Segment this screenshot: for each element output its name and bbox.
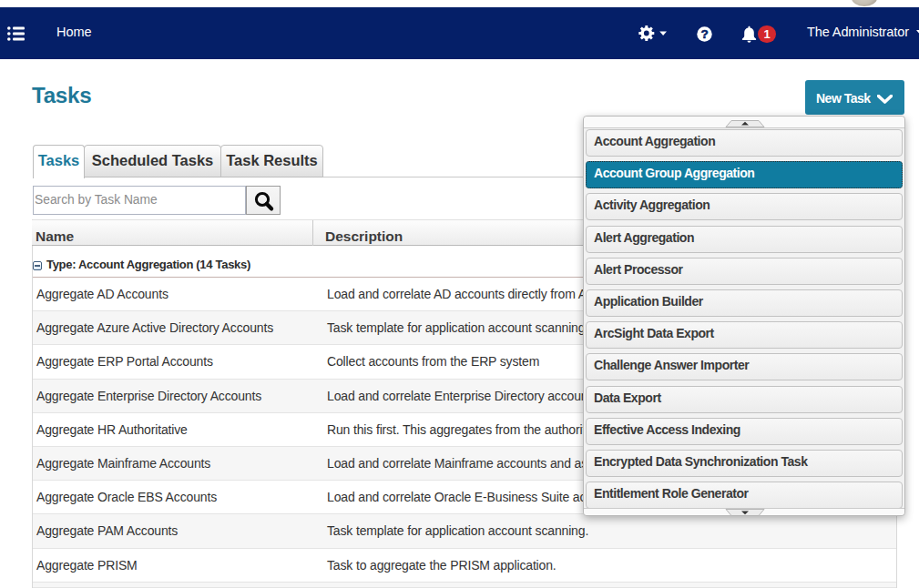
- svg-text:?: ?: [700, 27, 708, 41]
